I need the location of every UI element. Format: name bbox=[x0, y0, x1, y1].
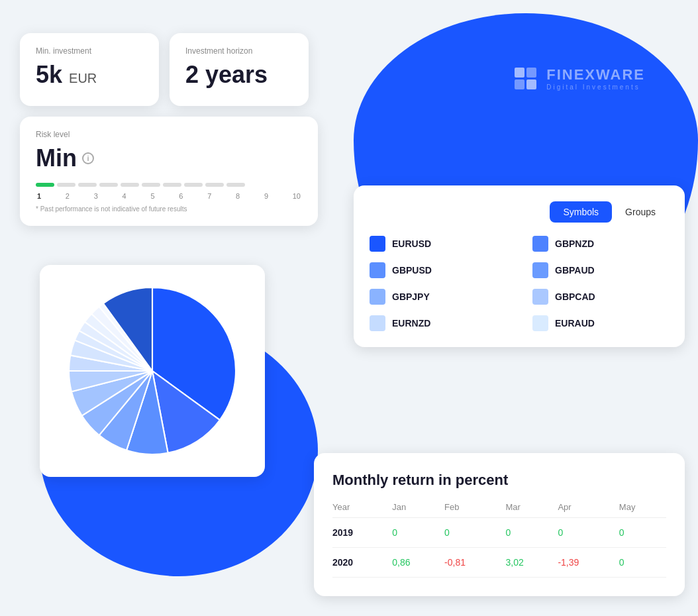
year-cell: 2019 bbox=[332, 518, 392, 548]
scale-label-2: 2 bbox=[66, 192, 70, 200]
tab-groups[interactable]: Groups bbox=[612, 201, 669, 223]
investment-amount: 5k bbox=[36, 61, 62, 88]
logo-name: FINEXWARE bbox=[546, 66, 645, 83]
logo-subtitle: Digital Investments bbox=[546, 83, 645, 91]
value-cell: 3,02 bbox=[506, 548, 558, 578]
scale-dot-5 bbox=[121, 183, 139, 187]
symbol-name-eurusd: EURUSD bbox=[392, 238, 431, 249]
investment-card: Min. investment 5k EUR bbox=[20, 33, 159, 106]
scale-labels: 1 2 3 4 5 6 7 8 9 10 bbox=[36, 192, 302, 200]
investment-unit: EUR bbox=[69, 71, 97, 85]
symbol-gbpnzd: GBPNZD bbox=[532, 236, 669, 252]
risk-card: Risk level Min i 1 2 3 4 5 6 7 8 9 bbox=[20, 117, 318, 226]
value-cell: 0 bbox=[392, 518, 444, 548]
scale-label-10: 10 bbox=[293, 192, 301, 200]
top-cards: Min. investment 5k EUR Investment horizo… bbox=[20, 33, 318, 226]
risk-scale bbox=[36, 183, 302, 187]
value-cell: -0,81 bbox=[444, 548, 505, 578]
horizon-value: 2 years bbox=[185, 61, 293, 89]
symbol-color-gbpaud bbox=[532, 262, 548, 278]
scale-label-6: 6 bbox=[179, 192, 183, 200]
tab-symbols[interactable]: Symbols bbox=[550, 201, 612, 223]
scale-dot-4 bbox=[99, 183, 118, 187]
pie-chart-svg bbox=[60, 278, 245, 464]
value-cell: 0 bbox=[619, 548, 666, 578]
symbol-color-gbpusd bbox=[370, 262, 385, 278]
logo-square-2 bbox=[526, 68, 536, 77]
scale-dot-6 bbox=[142, 183, 160, 187]
scale-dot-1 bbox=[36, 183, 54, 187]
horizon-card: Investment horizon 2 years bbox=[170, 33, 309, 106]
symbol-name-gbpjpy: GBPJPY bbox=[392, 291, 430, 302]
year-cell: 2020 bbox=[332, 548, 392, 578]
disclaimer: * Past performance is not indicative of … bbox=[36, 205, 302, 213]
symbol-name-eurnzd: EURNZD bbox=[392, 318, 430, 329]
investment-value: 5k EUR bbox=[36, 61, 143, 89]
monthly-return-card: Monthly return in percent Year Jan Feb M… bbox=[314, 453, 685, 596]
monthly-table-body: 20190000020200,86-0,813,02-1,390 bbox=[332, 518, 666, 578]
col-feb: Feb bbox=[444, 502, 505, 518]
value-cell: 0 bbox=[506, 518, 558, 548]
col-may: May bbox=[619, 502, 666, 518]
value-cell: 0,86 bbox=[392, 548, 444, 578]
risk-title: Min i bbox=[36, 144, 302, 172]
symbol-gbpusd: GBPUSD bbox=[370, 262, 506, 278]
value-cell: 0 bbox=[619, 518, 666, 548]
table-row: 201900000 bbox=[332, 518, 666, 548]
col-mar: Mar bbox=[506, 502, 558, 518]
horizon-label: Investment horizon bbox=[185, 46, 293, 56]
scale-dot-2 bbox=[57, 183, 75, 187]
investment-label: Min. investment bbox=[36, 46, 143, 56]
scale-dot-8 bbox=[184, 183, 203, 187]
logo-icon bbox=[515, 68, 538, 89]
symbol-name-gbpusd: GBPUSD bbox=[392, 265, 432, 276]
symbol-eurusd: EURUSD bbox=[370, 236, 506, 252]
symbol-name-gbpaud: GBPAUD bbox=[555, 265, 595, 276]
col-jan: Jan bbox=[392, 502, 444, 518]
logo-square-1 bbox=[515, 68, 524, 77]
logo-square-4 bbox=[526, 79, 536, 89]
symbol-euraud: EURAUD bbox=[532, 315, 669, 331]
scale-label-4: 4 bbox=[123, 192, 126, 200]
symbol-name-gbpnzd: GBPNZD bbox=[555, 238, 594, 249]
scale-label-9: 9 bbox=[264, 192, 268, 200]
card-row-1: Min. investment 5k EUR Investment horizo… bbox=[20, 33, 318, 106]
table-row: 20200,86-0,813,02-1,390 bbox=[332, 548, 666, 578]
symbol-color-eurusd bbox=[370, 236, 385, 252]
scale-dot-3 bbox=[78, 183, 97, 187]
scale-label-3: 3 bbox=[94, 192, 98, 200]
monthly-return-title: Monthly return in percent bbox=[332, 472, 666, 489]
logo-text: FINEXWARE Digital Investments bbox=[546, 66, 645, 91]
value-cell: 0 bbox=[444, 518, 505, 548]
col-year: Year bbox=[332, 502, 392, 518]
symbol-gbpjpy: GBPJPY bbox=[370, 289, 506, 305]
scale-label-7: 7 bbox=[207, 192, 211, 200]
symbol-color-gbpnzd bbox=[532, 236, 548, 252]
symbol-gbpcad: GBPCAD bbox=[532, 289, 669, 305]
symbol-name-euraud: EURAUD bbox=[555, 318, 595, 329]
symbol-gbpaud: GBPAUD bbox=[532, 262, 669, 278]
info-icon[interactable]: i bbox=[82, 152, 94, 164]
risk-label: Risk level bbox=[36, 130, 302, 139]
pie-chart-card bbox=[40, 265, 265, 477]
table-header-row: Year Jan Feb Mar Apr May bbox=[332, 502, 666, 518]
scale-dot-9 bbox=[205, 183, 224, 187]
value-cell: -1,39 bbox=[558, 548, 619, 578]
logo-area: FINEXWARE Digital Investments bbox=[515, 66, 645, 91]
col-apr: Apr bbox=[558, 502, 619, 518]
symbol-color-euraud bbox=[532, 315, 548, 331]
symbol-eurnzd: EURNZD bbox=[370, 315, 506, 331]
monthly-table: Year Jan Feb Mar Apr May 20190000020200,… bbox=[332, 502, 666, 578]
scale-dot-10 bbox=[226, 183, 245, 187]
scale-dot-7 bbox=[163, 183, 181, 187]
logo-square-3 bbox=[515, 79, 524, 89]
scale-label-8: 8 bbox=[236, 192, 240, 200]
value-cell: 0 bbox=[558, 518, 619, 548]
symbols-tabs: Symbols Groups bbox=[370, 201, 669, 223]
symbol-color-eurnzd bbox=[370, 315, 385, 331]
scale-label-1: 1 bbox=[37, 192, 41, 200]
symbol-name-gbpcad: GBPCAD bbox=[555, 291, 595, 302]
scale-label-5: 5 bbox=[150, 192, 154, 200]
symbols-card: Symbols Groups EURUSD GBPNZD GBPUSD GBPA… bbox=[354, 185, 685, 347]
risk-value: Min bbox=[36, 144, 77, 172]
